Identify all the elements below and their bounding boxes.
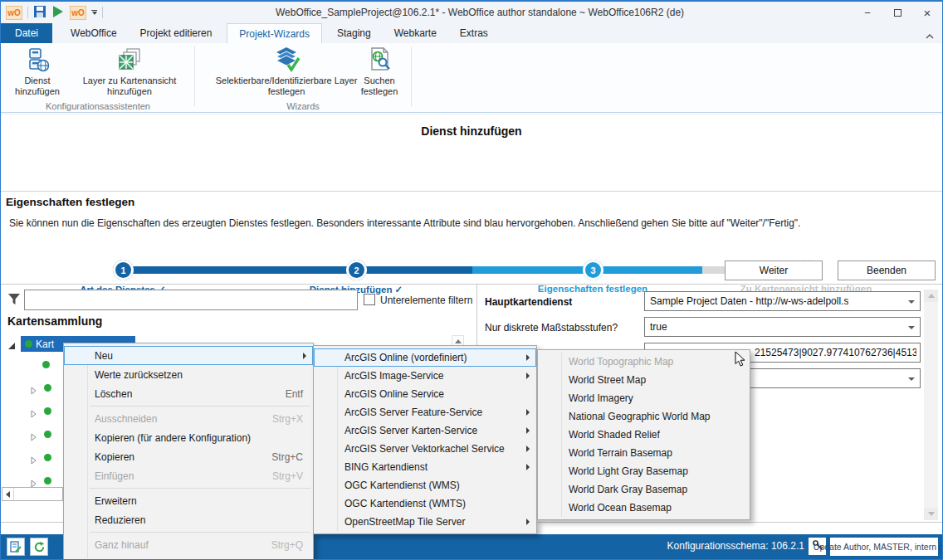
massstabsstufen-dropdown[interactable]: true — [644, 317, 921, 337]
submenu-arrow-icon — [303, 353, 306, 359]
customize-qat-caret-icon[interactable] — [91, 10, 97, 15]
menu-item-label: Ganz hinauf — [95, 539, 149, 551]
tree-expander-expanded-icon[interactable] — [7, 338, 16, 353]
menu-item-kopieren-andere-konfiguration[interactable]: Kopieren (für andere Konfiguration) — [64, 428, 313, 447]
suchen-festlegen-button[interactable]: Suchen festlegen — [350, 46, 408, 97]
menu-item-label: ArcGIS Server Feature-Service — [344, 407, 482, 418]
submenu-item-arcgis-image-service[interactable]: ArcGIS Image-Service — [314, 367, 536, 385]
ribbon-group-separator — [411, 46, 412, 106]
selektierbare-layer-button[interactable]: Selektierbare/Identifizierbare Layer fes… — [198, 46, 375, 97]
tab-projekt-editieren[interactable]: Projekt editieren — [129, 23, 224, 43]
menu-item-reduzieren[interactable]: Reduzieren — [64, 510, 313, 529]
minimize-button[interactable]: − — [853, 2, 882, 23]
submenu-item-arcgis-server-karten-service[interactable]: ArcGIS Server Karten-Service — [314, 421, 536, 440]
save-icon[interactable] — [33, 5, 46, 21]
menu-item-label: ArcGIS Online Service — [344, 388, 444, 400]
menu-item-label: World Shaded Relief — [569, 429, 660, 441]
divider — [1, 284, 942, 285]
submenu-item-arcgis-server-feature-service[interactable]: ArcGIS Server Feature-Service — [314, 403, 536, 421]
submenu-arrow-icon — [526, 354, 530, 361]
tab-extras[interactable]: Extras — [448, 23, 500, 43]
node-status-dot-icon — [42, 361, 50, 368]
submenu-arrow-icon — [526, 446, 530, 452]
submenu-item-world-dark-gray-basemap[interactable]: World Dark Gray Basemap — [538, 480, 750, 499]
weiter-button[interactable]: Weiter — [725, 261, 823, 280]
menu-item-ganz-hinauf: Ganz hinauf Strg+Q — [64, 535, 313, 554]
menu-item-label: OpenStreetMap Tile Server — [344, 516, 465, 528]
menu-item-label: Einfügen — [95, 470, 134, 482]
dienst-hinzufuegen-button[interactable]: Dienst hinzufügen — [7, 46, 67, 97]
tree-expander-collapsed-icon[interactable] — [31, 430, 37, 445]
field-value: 21525473|9027.977410762736|4513.988 — [755, 347, 916, 358]
menu-item-label: OGC Kartendienst (WMTS) — [344, 498, 466, 509]
submenu-item-world-terrain-basemap[interactable]: World Terrain Basemap — [538, 444, 750, 462]
submenu-item-ogc-kartendienst-wms[interactable]: OGC Kartendienst (WMS) — [314, 476, 536, 494]
scroll-down-button[interactable] — [924, 508, 938, 520]
menu-item-erweitern[interactable]: Erweitern — [64, 491, 313, 510]
tree-expander-collapsed-icon[interactable] — [31, 453, 37, 468]
close-button[interactable]: × — [912, 2, 942, 23]
title-bar: wO wO WebOffice_SampleProject@106.2.1* -… — [1, 2, 942, 23]
tab-projekt-wizards[interactable]: Projekt-Wizards — [227, 23, 322, 43]
menu-item-label: National Geographic World Map — [569, 411, 711, 422]
field-label-hauptkartendienst: Hauptkartendienst — [485, 296, 572, 308]
ribbon-tab-bar: Datei WebOffice Projekt editieren Projek… — [1, 23, 942, 43]
maximize-button[interactable] — [882, 2, 912, 23]
refresh-button[interactable] — [30, 538, 48, 556]
menu-item-loeschen[interactable]: Löschen Entf — [64, 384, 313, 403]
application-window: wO wO WebOffice_SampleProject@106.2.1* -… — [0, 0, 943, 560]
submenu-arrow-icon — [526, 427, 530, 434]
menu-shortcut: Strg+V — [257, 470, 303, 482]
scroll-up-button[interactable] — [924, 290, 938, 302]
selectable-layers-icon — [271, 46, 301, 74]
submenu-item-world-shaded-relief[interactable]: World Shaded Relief — [538, 426, 750, 444]
menu-item-neu[interactable]: Neu — [64, 346, 313, 365]
scroll-left-button[interactable] — [2, 488, 14, 500]
submenu-item-national-geographic-world-map[interactable]: National Geographic World Map — [538, 407, 750, 426]
submenu-item-bing-kartendienst[interactable]: BING Kartendienst — [314, 458, 536, 476]
submenu-item-world-light-gray-basemap[interactable]: World Light Gray Basemap — [538, 462, 750, 480]
ribbon-button-label: Dienst hinzufügen — [7, 75, 67, 97]
submenu-item-arcgis-online-vordefiniert[interactable]: ArcGIS Online (vordefiniert) — [314, 348, 536, 367]
tree-horizontal-scrollbar[interactable] — [2, 487, 63, 501]
node-status-dot-icon — [44, 431, 51, 438]
divider — [102, 7, 103, 18]
weboffice-logo-icon[interactable]: wO — [6, 6, 22, 20]
submenu-item-arcgis-online-service[interactable]: ArcGIS Online Service — [314, 385, 536, 403]
menu-item-label: Kopieren (für andere Konfiguration) — [95, 432, 251, 444]
tab-weboffice[interactable]: WebOffice — [59, 23, 129, 43]
tab-datei[interactable]: Datei — [1, 23, 52, 43]
menu-item-kopieren[interactable]: Kopieren Strg+C — [64, 447, 313, 466]
tree-heading: Kartensammlung — [7, 314, 102, 328]
submenu-item-world-imagery[interactable]: World Imagery — [538, 389, 750, 407]
run-project-icon[interactable] — [51, 5, 65, 21]
tab-staging[interactable]: Staging — [325, 23, 383, 43]
menu-item-label: BING Kartendienst — [344, 461, 428, 473]
hauptkartendienst-dropdown[interactable]: Sample Project Daten - http://w-ws-adelp… — [644, 291, 921, 311]
tree-expander-collapsed-icon[interactable] — [31, 407, 37, 421]
beenden-button[interactable]: Beenden — [838, 261, 936, 280]
tree-expander-collapsed-icon[interactable] — [31, 383, 37, 398]
menu-item-werte-zuruecksetzen[interactable]: Werte zurücksetzen — [64, 365, 313, 384]
right-panel-scrollbar[interactable] — [924, 290, 938, 520]
submenu-item-world-ocean-basemap[interactable]: World Ocean Basemap — [538, 499, 750, 517]
project-check-button[interactable] — [7, 538, 25, 556]
ribbon-button-label: Layer zu Kartenansicht hinzufügen — [67, 75, 192, 97]
menu-separator — [90, 532, 310, 533]
menu-shortcut: Entf — [271, 388, 303, 400]
collapse-ribbon-icon[interactable] — [926, 27, 934, 42]
filter-input[interactable] — [24, 290, 358, 310]
unterelemente-filtern-checkbox[interactable] — [364, 294, 375, 305]
menu-item-label: ArcGIS Server Vektorkachel Service — [344, 443, 505, 455]
layer-zu-kartenansicht-button[interactable]: Layer zu Kartenansicht hinzufügen — [67, 46, 192, 97]
chevron-down-icon — [908, 377, 915, 381]
submenu-item-world-street-map[interactable]: World Street Map — [538, 371, 750, 389]
weboffice-logo-icon[interactable]: wO — [70, 6, 86, 20]
submenu-item-openstreetmap-tile-server[interactable]: OpenStreetMap Tile Server — [314, 513, 536, 531]
submenu-item-ogc-kartendienst-wmts[interactable]: OGC Kartendienst (WMTS) — [314, 494, 536, 513]
tab-webkarte[interactable]: Webkarte — [383, 23, 448, 43]
filter-icon — [7, 293, 21, 309]
menu-shortcut: Strg+X — [257, 413, 303, 425]
menu-item-label: Löschen — [95, 388, 132, 400]
submenu-item-arcgis-server-vektorkachel-service[interactable]: ArcGIS Server Vektorkachel Service — [314, 440, 536, 458]
